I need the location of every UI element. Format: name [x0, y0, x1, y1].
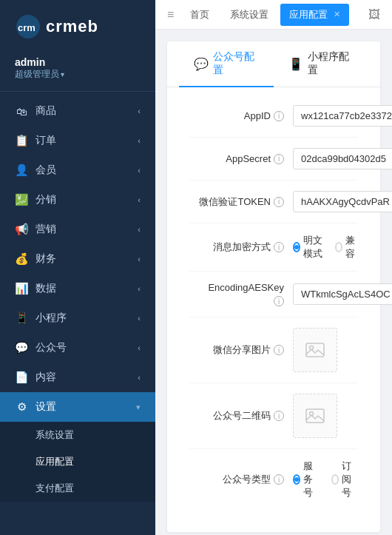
arrow-icon: ‹ [138, 343, 141, 352]
sidebar-item-settings[interactable]: ⚙ 设置 ▾ [0, 392, 155, 422]
encoding-info-icon[interactable]: i [274, 296, 284, 306]
sub-nav-pay-config[interactable]: 支付配置 [0, 475, 155, 502]
account-type-label-text: 公众号类型 [223, 473, 271, 486]
form-row-token: 微信验证TOKEN i [189, 181, 358, 223]
form-row-decrypt: 消息加密方式 i 明文模式 兼容 [189, 223, 358, 272]
tab-miniprogram-label: 小程序配置 [308, 50, 354, 77]
form-row-appid: AppID i [189, 95, 358, 138]
arrow-icon: ‹ [138, 284, 141, 293]
orders-icon: 📋 [15, 134, 28, 147]
sidebar-item-official[interactable]: 💬 公众号 ‹ [0, 333, 155, 363]
qrcode-upload-icon [305, 406, 325, 426]
sidebar-item-label: 数据 [36, 282, 56, 295]
appid-input[interactable] [293, 105, 392, 127]
image-upload-icon [305, 340, 325, 360]
appsecret-label: AppSecret i [189, 153, 293, 164]
miniprogram-icon: 📱 [15, 312, 28, 325]
share-image-label: 微信分享图片 i [189, 343, 293, 357]
sidebar-item-label: 订单 [36, 134, 56, 147]
decrypt-label: 消息加密方式 i [189, 240, 293, 254]
official-icon: 💬 [15, 341, 28, 354]
sub-nav-system-settings[interactable]: 系统设置 [0, 422, 155, 448]
sidebar-item-data[interactable]: 📊 数据 ‹ [0, 274, 155, 303]
sidebar-item-content[interactable]: 📄 内容 ‹ [0, 363, 155, 392]
qrcode-label: 公众号二维码 i [189, 409, 293, 423]
user-role[interactable]: 超级管理员 ▾ [15, 68, 141, 81]
encoding-label: EncodingAESKey i [189, 282, 293, 306]
appsecret-input[interactable] [293, 148, 392, 169]
account-type-service[interactable]: 服务号 [293, 460, 320, 499]
qrcode-upload[interactable] [293, 394, 337, 438]
settings-icon: ⚙ [15, 400, 28, 414]
qrcode-label-text: 公众号二维码 [213, 409, 271, 423]
form-row-qrcode: 公众号二维码 i [189, 383, 358, 449]
sidebar-item-miniprogram[interactable]: 📱 小程序 ‹ [0, 303, 155, 333]
decrypt-label-text: 消息加密方式 [213, 240, 271, 254]
encoding-input[interactable] [293, 283, 392, 305]
user-area: admin 超级管理员 ▾ [0, 50, 155, 92]
config-tab-bar: 💬 公众号配置 📱 小程序配置 [167, 41, 380, 87]
decrypt-option-plain[interactable]: 明文模式 [293, 234, 323, 260]
tab-miniprogram[interactable]: 📱 小程序配置 [274, 41, 368, 87]
radio-plain-dot [293, 242, 300, 252]
arrow-icon: ‹ [138, 107, 141, 115]
appsecret-info-icon[interactable]: i [274, 154, 284, 164]
config-card: 💬 公众号配置 📱 小程序配置 AppID i [167, 41, 380, 532]
arrow-icon: ‹ [138, 373, 141, 382]
token-input[interactable] [293, 191, 392, 212]
radio-compat-dot [335, 242, 342, 252]
sidebar-item-goods[interactable]: 🛍 商品 ‹ [0, 96, 155, 126]
topbar: ≡ 首页 系统设置 应用配置 ✕ 🖼 [155, 0, 392, 30]
nav-list: 🛍 商品 ‹ 📋 订单 ‹ 👤 会员 ‹ 💹 分销 ‹ [0, 92, 155, 535]
arrow-icon: ‹ [138, 225, 141, 234]
radio-service-dot [293, 474, 300, 485]
distribution-icon: 💹 [15, 193, 28, 206]
goods-icon: 🛍 [15, 105, 28, 118]
share-image-info-icon[interactable]: i [274, 345, 284, 355]
token-info-icon[interactable]: i [274, 197, 284, 207]
sidebar-item-label: 设置 [36, 400, 56, 414]
user-name: admin [15, 56, 141, 68]
svg-rect-4 [306, 409, 324, 423]
account-type-info-icon[interactable]: i [274, 474, 284, 485]
share-image-label-text: 微信分享图片 [213, 343, 271, 357]
decrypt-info-icon[interactable]: i [274, 242, 284, 252]
qrcode-info-icon[interactable]: i [274, 411, 284, 421]
radio-compat-label: 兼容 [345, 234, 358, 260]
tab-system-settings[interactable]: 系统设置 [221, 4, 277, 26]
sidebar-item-finance[interactable]: 💰 财务 ‹ [0, 244, 155, 274]
radio-subscription-dot [331, 474, 339, 485]
members-icon: 👤 [15, 164, 28, 177]
image-icon[interactable]: 🖼 [364, 8, 385, 21]
content-area: 💬 公众号配置 📱 小程序配置 AppID i [155, 30, 392, 535]
marketing-icon: 📢 [15, 223, 28, 236]
wechat-icon: 💬 [194, 57, 209, 71]
sub-nav-app-config[interactable]: 应用配置 [0, 448, 155, 475]
user-role-label: 超级管理员 [15, 68, 59, 81]
account-type-subscription[interactable]: 订阅号 [331, 460, 358, 499]
sidebar-item-orders[interactable]: 📋 订单 ‹ [0, 126, 155, 155]
miniprogram-tab-icon: 📱 [288, 57, 303, 71]
settings-sub-nav: 系统设置 应用配置 支付配置 [0, 422, 155, 502]
arrow-icon: ‹ [138, 195, 141, 204]
share-image-upload[interactable] [293, 328, 337, 372]
sidebar-item-distribution[interactable]: 💹 分销 ‹ [0, 185, 155, 215]
appid-label: AppID i [189, 110, 293, 121]
tab-app-config[interactable]: 应用配置 ✕ [280, 4, 349, 26]
tab-close-icon[interactable]: ✕ [334, 10, 340, 19]
tab-official-account[interactable]: 💬 公众号配置 [179, 41, 274, 87]
sidebar-item-label: 财务 [36, 252, 56, 266]
sidebar-item-members[interactable]: 👤 会员 ‹ [0, 155, 155, 185]
decrypt-radio-group: 明文模式 兼容 [293, 234, 358, 260]
menu-icon[interactable]: ≡ [163, 8, 178, 21]
appid-info-icon[interactable]: i [274, 111, 284, 121]
sidebar-item-label: 内容 [36, 371, 56, 384]
arrow-icon: ‹ [138, 314, 141, 323]
tab-home[interactable]: 首页 [181, 4, 218, 26]
arrow-icon: ‹ [138, 136, 141, 145]
decrypt-option-compat[interactable]: 兼容 [335, 234, 358, 260]
finance-icon: 💰 [15, 252, 28, 266]
sidebar-item-label: 会员 [36, 164, 56, 177]
sidebar-item-marketing[interactable]: 📢 营销 ‹ [0, 215, 155, 244]
form-row-encoding: EncodingAESKey i [189, 272, 358, 317]
